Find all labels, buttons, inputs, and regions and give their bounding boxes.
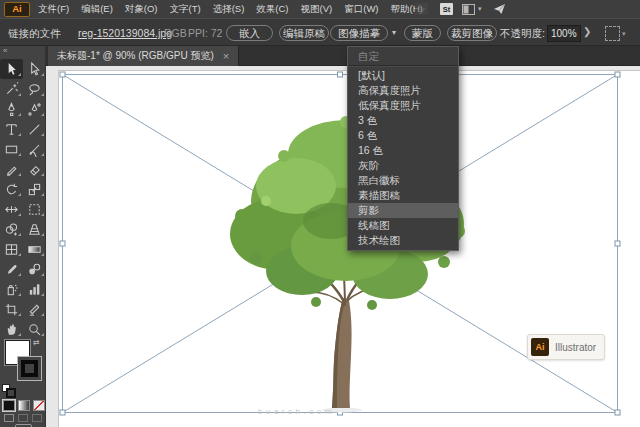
- mesh-tool[interactable]: [0, 239, 23, 259]
- canvas-area[interactable]: buarch.com Ai Illustrator: [46, 66, 640, 427]
- scale-tool[interactable]: [23, 179, 46, 199]
- color-mode-label: RGB: [164, 27, 187, 39]
- trace-menu-item[interactable]: 6 色: [348, 128, 458, 143]
- eyed-icon: [4, 262, 19, 277]
- crop-image-button[interactable]: 裁剪图像: [447, 25, 497, 41]
- draw-behind-button[interactable]: [18, 414, 28, 422]
- trace-preset-menu: 自定[默认]高保真度照片低保真度照片3 色6 色16 色灰阶黑白徽标素描图稿剪影…: [347, 46, 459, 251]
- close-tab-icon[interactable]: ×: [223, 51, 229, 61]
- illustrator-badge-icon: Ai: [531, 338, 549, 356]
- mask-button[interactable]: 蒙版: [404, 25, 441, 41]
- type-tool[interactable]: [0, 119, 23, 139]
- menubar-item[interactable]: 视图(V): [295, 3, 339, 16]
- embed-button[interactable]: 嵌入: [226, 25, 273, 41]
- document-tab[interactable]: 未标题-1* @ 90% (RGB/GPU 预览) ×: [48, 46, 239, 66]
- zoom-tool[interactable]: [23, 319, 46, 339]
- lasso-tool[interactable]: [23, 79, 46, 99]
- artboard-tool[interactable]: [0, 299, 23, 319]
- menubar-item[interactable]: 文件(F): [32, 3, 75, 16]
- width-tool[interactable]: [0, 199, 23, 219]
- menubar-item[interactable]: 对象(O): [119, 3, 164, 16]
- context-label: 链接的文件: [8, 27, 61, 41]
- edit-original-button[interactable]: 编辑原稿: [279, 25, 329, 41]
- blend-tool[interactable]: [23, 259, 46, 279]
- curvature-icon: [27, 102, 42, 117]
- draw-normal-button[interactable]: [4, 414, 14, 422]
- default-fill-stroke-icon[interactable]: [2, 384, 14, 396]
- type-icon: [4, 122, 19, 137]
- hand-tool[interactable]: [0, 319, 23, 339]
- selection-tool[interactable]: [0, 59, 23, 79]
- column-graph-tool[interactable]: [23, 279, 46, 299]
- linked-filename[interactable]: reg-1520139084.jpg: [78, 27, 172, 39]
- trace-menu-item[interactable]: 线稿图: [348, 218, 458, 233]
- gradient-button[interactable]: [18, 400, 30, 411]
- menubar-item[interactable]: 效果(C): [250, 3, 294, 16]
- trace-menu-item[interactable]: 技术绘图: [348, 233, 458, 248]
- stroke-color-swatch[interactable]: [17, 356, 42, 381]
- rotate-tool[interactable]: [0, 179, 23, 199]
- workspace-icon: [462, 4, 475, 15]
- rectangle-tool[interactable]: [0, 139, 23, 159]
- swap-fill-stroke-icon[interactable]: ⇄: [33, 338, 40, 347]
- draw-inside-button[interactable]: [32, 414, 42, 422]
- symbol-sprayer-tool[interactable]: [0, 279, 23, 299]
- trace-menu-item[interactable]: [默认]: [348, 68, 458, 83]
- trace-menu-item[interactable]: 素描图稿: [348, 188, 458, 203]
- trace-menu-item[interactable]: 高保真度照片: [348, 83, 458, 98]
- watermark-text: buarch.com: [258, 407, 335, 416]
- magic-wand-tool[interactable]: [0, 79, 23, 99]
- pen-tool[interactable]: [0, 99, 23, 119]
- collapse-panel-icon[interactable]: «: [3, 46, 7, 55]
- stock-icon[interactable]: St: [440, 3, 453, 15]
- menu-bar: Ai 文件(F)编辑(E)对象(O)文字(T)选择(S)效果(C)视图(V)窗口…: [0, 0, 640, 18]
- none-button[interactable]: [33, 400, 45, 411]
- paintbrush-tool[interactable]: [23, 139, 46, 159]
- control-bar: 链接的文件 reg-1520139084.jpg RGB PPI: 72 嵌入 …: [0, 18, 640, 46]
- menubar-item[interactable]: 编辑(E): [75, 3, 119, 16]
- trace-menu-item[interactable]: 3 色: [348, 113, 458, 128]
- document-tab-bar: 未标题-1* @ 90% (RGB/GPU 预览) ×: [46, 46, 640, 66]
- trace-menu-item[interactable]: 剪影: [348, 203, 458, 218]
- opacity-input[interactable]: 100%: [547, 25, 581, 42]
- color-button[interactable]: [3, 400, 15, 411]
- perspective-grid-tool[interactable]: [23, 219, 46, 239]
- direct-selection-tool[interactable]: [23, 59, 46, 79]
- image-trace-button[interactable]: 图像描摹: [330, 25, 388, 41]
- eyedropper-tool[interactable]: [0, 259, 23, 279]
- line-segment-tool[interactable]: [23, 119, 46, 139]
- bounding-box-chevron-icon[interactable]: ▾: [622, 30, 626, 38]
- trace-menu-item[interactable]: 黑白徽标: [348, 173, 458, 188]
- stroke-frame: [21, 360, 38, 377]
- image-trace-chevron-icon[interactable]: ▾: [392, 28, 396, 37]
- wand-icon: [4, 82, 19, 97]
- workspace-switcher-icon[interactable]: [461, 3, 475, 15]
- menubar-item[interactable]: 选择(S): [207, 3, 251, 16]
- menubar-item[interactable]: 窗口(W): [338, 3, 384, 16]
- eraser-tool[interactable]: [23, 159, 46, 179]
- menubar-item[interactable]: 文字(T): [164, 3, 207, 16]
- bounding-box-icon[interactable]: [605, 26, 620, 41]
- bridge-icon[interactable]: Br: [415, 3, 428, 15]
- slice-icon: [27, 302, 42, 317]
- shaper-tool[interactable]: [0, 159, 23, 179]
- share-icon[interactable]: [492, 3, 506, 15]
- free-transform-tool[interactable]: [23, 199, 46, 219]
- shaper-icon: [4, 162, 19, 177]
- gradient-tool[interactable]: [23, 239, 46, 259]
- trace-menu-item[interactable]: 低保真度照片: [348, 98, 458, 113]
- trace-menu-item[interactable]: 灰阶: [348, 158, 458, 173]
- trace-menu-item[interactable]: 16 色: [348, 143, 458, 158]
- hand-icon: [4, 322, 19, 337]
- slice-tool[interactable]: [23, 299, 46, 319]
- mesh-icon: [4, 242, 19, 257]
- document-tab-title: 未标题-1* @ 90% (RGB/GPU 预览): [57, 49, 214, 63]
- selection-icon: [4, 62, 19, 77]
- chevron-down-icon[interactable]: ▾: [478, 3, 482, 15]
- opacity-panel-chevron-icon[interactable]: ❯: [583, 26, 591, 37]
- curvature-tool[interactable]: [23, 99, 46, 119]
- persp-icon: [27, 222, 42, 237]
- shape-builder-tool[interactable]: [0, 219, 23, 239]
- tree-image[interactable]: [46, 66, 640, 427]
- width-icon: [4, 202, 19, 217]
